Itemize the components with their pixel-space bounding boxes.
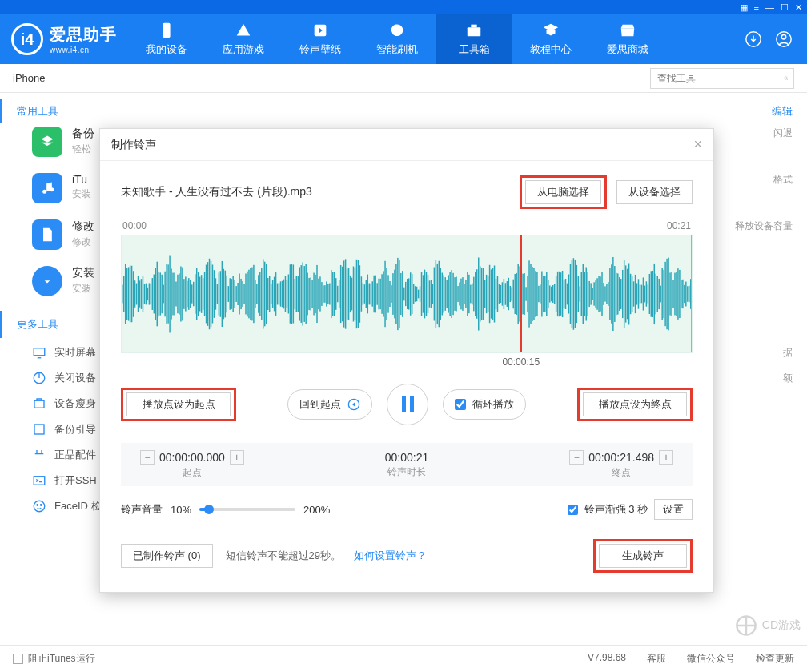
svg-rect-254 — [496, 279, 496, 309]
range-start-marker[interactable] — [121, 235, 122, 353]
svg-rect-306 — [578, 276, 579, 312]
close-icon[interactable]: × — [693, 136, 702, 153]
svg-rect-191 — [395, 264, 396, 324]
svg-rect-47 — [167, 264, 168, 323]
volume-row: 铃声音量 10% 200% 铃声渐强 3 秒 设置 — [121, 499, 693, 520]
svg-rect-244 — [480, 266, 480, 321]
svg-rect-179 — [376, 283, 377, 304]
svg-rect-27 — [136, 284, 137, 305]
svg-rect-221 — [443, 275, 444, 312]
svg-rect-117 — [279, 283, 279, 304]
svg-rect-19 — [123, 276, 124, 312]
svg-rect-204 — [416, 287, 417, 301]
svg-rect-267 — [516, 273, 516, 315]
wave-end-time: 00:21 — [667, 220, 691, 231]
svg-rect-219 — [440, 268, 441, 320]
svg-rect-130 — [299, 267, 300, 320]
svg-rect-134 — [305, 264, 306, 324]
svg-rect-360 — [663, 270, 664, 318]
svg-rect-248 — [486, 275, 487, 313]
svg-rect-295 — [560, 272, 561, 316]
svg-rect-126 — [293, 264, 294, 323]
play-pause-button[interactable] — [387, 384, 428, 425]
modal-header: 制作铃声 × — [100, 129, 713, 161]
svg-rect-103 — [256, 284, 257, 304]
how-to-link[interactable]: 如何设置铃声？ — [354, 549, 427, 563]
svg-rect-308 — [581, 272, 582, 316]
made-ringtones-button[interactable]: 已制作铃声 (0) — [121, 544, 213, 568]
svg-rect-136 — [308, 278, 309, 310]
svg-rect-81 — [222, 261, 223, 327]
loop-checkbox[interactable] — [455, 399, 466, 410]
svg-rect-284 — [543, 276, 544, 312]
svg-rect-369 — [677, 268, 678, 320]
svg-rect-82 — [223, 269, 224, 320]
svg-rect-83 — [225, 271, 226, 318]
playhead-marker[interactable] — [520, 235, 522, 353]
svg-rect-349 — [646, 281, 647, 306]
svg-rect-141 — [316, 265, 317, 323]
range-end-marker[interactable] — [691, 235, 693, 353]
svg-rect-273 — [525, 287, 526, 300]
svg-rect-73 — [209, 259, 210, 329]
svg-rect-158 — [343, 260, 344, 327]
svg-rect-20 — [125, 264, 126, 324]
loop-toggle[interactable]: 循环播放 — [443, 389, 526, 420]
svg-rect-143 — [319, 276, 320, 311]
end-label: 终点 — [569, 466, 673, 480]
svg-rect-316 — [593, 282, 594, 305]
svg-rect-125 — [291, 264, 292, 324]
end-plus-button[interactable]: + — [659, 450, 673, 465]
svg-rect-59 — [187, 281, 187, 308]
svg-rect-26 — [134, 280, 135, 307]
svg-rect-359 — [661, 268, 662, 320]
svg-rect-307 — [580, 286, 580, 301]
svg-rect-278 — [533, 268, 534, 320]
svg-rect-100 — [251, 268, 252, 321]
svg-rect-104 — [258, 275, 259, 312]
svg-rect-96 — [245, 274, 246, 315]
svg-rect-112 — [271, 284, 271, 304]
end-minus-button[interactable]: − — [569, 450, 584, 465]
from-pc-button[interactable]: 从电脑选择 — [525, 180, 601, 204]
from-device-button[interactable]: 从设备选择 — [616, 180, 693, 204]
svg-rect-140 — [315, 275, 315, 313]
svg-rect-170 — [363, 283, 363, 305]
svg-rect-333 — [620, 279, 621, 309]
svg-rect-313 — [588, 281, 589, 307]
start-minus-button[interactable]: − — [140, 450, 155, 465]
svg-rect-152 — [334, 272, 335, 316]
svg-rect-228 — [454, 277, 455, 311]
svg-rect-146 — [324, 285, 325, 303]
set-start-button[interactable]: 播放点设为起点 — [126, 392, 231, 416]
generate-button[interactable]: 生成铃声 — [599, 544, 687, 568]
back-to-start-button[interactable]: 回到起点 — [287, 389, 372, 420]
svg-rect-320 — [600, 276, 600, 311]
svg-rect-210 — [426, 272, 427, 316]
svg-rect-231 — [459, 283, 460, 306]
svg-rect-92 — [239, 274, 239, 315]
svg-rect-285 — [544, 276, 545, 312]
svg-rect-199 — [408, 278, 409, 309]
svg-rect-63 — [193, 282, 194, 306]
svg-rect-282 — [540, 284, 540, 303]
svg-rect-139 — [313, 273, 314, 316]
fade-settings-button[interactable]: 设置 — [654, 499, 693, 520]
svg-rect-218 — [439, 261, 440, 327]
svg-rect-233 — [462, 277, 463, 311]
set-end-button[interactable]: 播放点设为终点 — [583, 392, 687, 416]
start-plus-button[interactable]: + — [230, 450, 244, 465]
svg-rect-206 — [420, 286, 420, 301]
waveform[interactable] — [121, 235, 693, 353]
slider-thumb[interactable] — [204, 505, 214, 514]
volume-slider[interactable] — [199, 508, 295, 511]
fade-checkbox[interactable] — [568, 505, 578, 515]
svg-rect-346 — [641, 285, 642, 304]
start-label: 起点 — [140, 466, 244, 480]
svg-rect-314 — [590, 283, 591, 304]
svg-rect-353 — [652, 271, 653, 317]
svg-rect-289 — [551, 287, 552, 301]
svg-rect-178 — [375, 276, 375, 313]
svg-rect-356 — [656, 276, 657, 312]
svg-rect-216 — [436, 260, 436, 328]
